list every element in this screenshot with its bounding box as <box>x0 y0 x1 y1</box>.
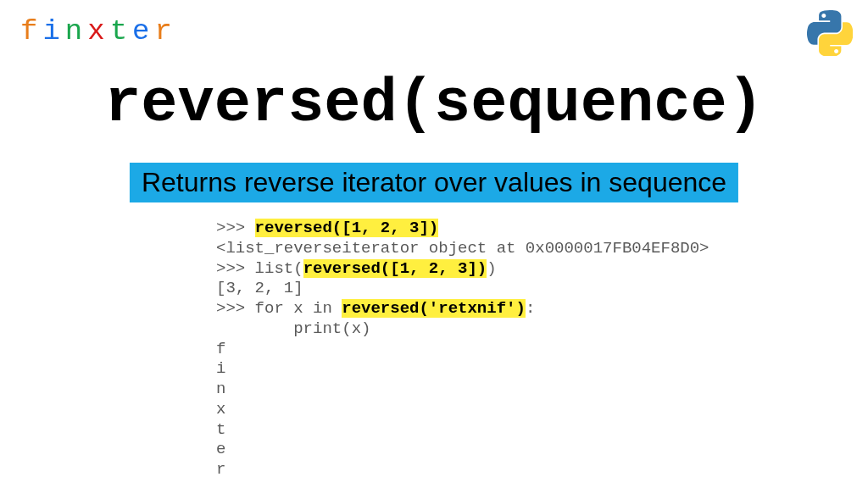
code-output: x <box>216 400 709 420</box>
code-highlight: reversed('retxnif') <box>342 299 526 318</box>
logo-letter: f <box>20 15 42 47</box>
prompt: >>> list( <box>216 259 303 278</box>
logo-letter: e <box>132 15 154 47</box>
code-highlight: reversed([1, 2, 3]) <box>255 219 439 237</box>
code-output: r <box>216 460 709 480</box>
code-output: i <box>216 359 709 380</box>
prompt: >>> <box>216 219 255 237</box>
code-highlight: reversed([1, 2, 3]) <box>303 259 487 278</box>
code-text: : <box>526 299 535 318</box>
code-output: n <box>216 380 709 400</box>
logo-letter: t <box>110 15 132 47</box>
logo-letter: x <box>87 15 109 47</box>
finxter-logo: finxter <box>20 15 177 47</box>
python-logo-icon <box>807 10 853 56</box>
code-example: >>> reversed([1, 2, 3]) <list_reverseite… <box>216 219 709 480</box>
code-text: print(x) <box>216 319 709 340</box>
page-title: reversed(sequence) <box>0 69 868 139</box>
logo-letter: i <box>42 15 64 47</box>
code-text: ) <box>487 259 496 278</box>
code-output: e <box>216 440 709 460</box>
logo-letter: r <box>154 15 176 47</box>
subtitle-banner: Returns reverse iterator over values in … <box>130 163 738 202</box>
code-output: <list_reverseiterator object at 0x000001… <box>216 239 709 259</box>
code-output: [3, 2, 1] <box>216 279 709 299</box>
logo-letter: n <box>65 15 87 47</box>
code-output: t <box>216 420 709 441</box>
code-output: f <box>216 340 709 360</box>
prompt: >>> for x in <box>216 299 342 318</box>
